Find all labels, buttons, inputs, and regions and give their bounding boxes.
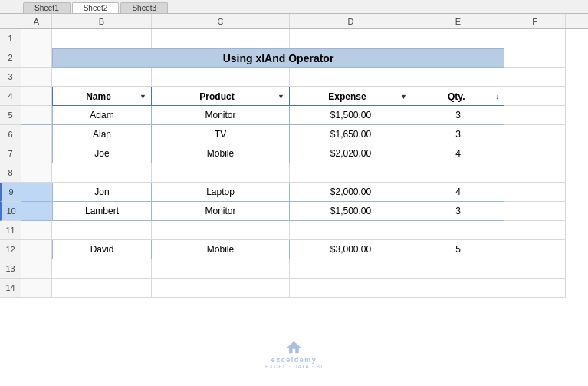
- cell-name-lambert[interactable]: Lambert: [52, 202, 152, 221]
- cell-f10[interactable]: [504, 202, 566, 221]
- corner-cell: [0, 14, 21, 28]
- cell-qty-jon[interactable]: 4: [412, 183, 504, 202]
- cell-a10: [21, 202, 52, 221]
- cell-product-jon[interactable]: Laptop: [152, 183, 290, 202]
- cell-f12[interactable]: [504, 240, 566, 259]
- cell-f5[interactable]: [504, 106, 566, 125]
- cell-c11[interactable]: [152, 221, 290, 240]
- row-3-cells: [21, 68, 588, 87]
- cell-e11[interactable]: [412, 221, 504, 240]
- table-header-expense[interactable]: Expense ▼: [290, 87, 412, 106]
- cell-b8[interactable]: [52, 163, 152, 183]
- cell-qty-david[interactable]: 5: [412, 240, 504, 259]
- table-header-qty[interactable]: Qty. ↓: [412, 87, 504, 106]
- cell-f11[interactable]: [504, 221, 566, 240]
- cell-product-lambert[interactable]: Monitor: [152, 202, 290, 221]
- row-11: 11: [0, 221, 588, 240]
- cell-product-joe[interactable]: Mobile: [152, 144, 290, 163]
- cell-f7[interactable]: [504, 144, 566, 163]
- cell-f3[interactable]: [504, 68, 566, 87]
- cell-b1[interactable]: [52, 29, 152, 48]
- grid-area: A B C D E F 1 2: [0, 14, 588, 386]
- cell-c13[interactable]: [152, 259, 290, 279]
- cell-qty-adam[interactable]: 3: [412, 106, 504, 125]
- col-header-e: E: [412, 14, 504, 28]
- cell-b13[interactable]: [52, 259, 152, 279]
- cell-c1[interactable]: [152, 29, 290, 48]
- rownum-1: 1: [0, 29, 21, 48]
- tab-bar: Sheet1 Sheet2 Sheet3: [0, 0, 588, 14]
- cell-e14[interactable]: [412, 279, 504, 298]
- row-13: 13: [0, 259, 588, 279]
- cell-a11: [21, 221, 52, 240]
- table-header-product[interactable]: Product ▼: [152, 87, 290, 106]
- cell-a5: [21, 106, 52, 125]
- cell-f4[interactable]: [504, 87, 566, 106]
- cell-d3[interactable]: [290, 68, 412, 87]
- table-row-david: 12 David Mobile $3,000.00 5: [0, 240, 588, 259]
- row-14: 14: [0, 279, 588, 298]
- cell-d11[interactable]: [290, 221, 412, 240]
- table-header-name[interactable]: Name ▼: [52, 87, 152, 106]
- cell-qty-lambert[interactable]: 3: [412, 202, 504, 221]
- cell-product-alan[interactable]: TV: [152, 125, 290, 144]
- cell-qty-joe[interactable]: 4: [412, 144, 504, 163]
- cell-f13[interactable]: [504, 259, 566, 279]
- cell-c8[interactable]: [152, 163, 290, 183]
- cell-e13[interactable]: [412, 259, 504, 279]
- cell-expense-david[interactable]: $3,000.00: [290, 240, 412, 259]
- cell-expense-lambert[interactable]: $1,500.00: [290, 202, 412, 221]
- row-2: 2 Using xlAnd Operator: [0, 48, 588, 68]
- rownum-5: 5: [0, 106, 21, 125]
- cell-e1[interactable]: [412, 29, 504, 48]
- cell-b14[interactable]: [52, 279, 152, 298]
- cell-expense-jon[interactable]: $2,000.00: [290, 183, 412, 202]
- filter-qty-icon[interactable]: ↓: [496, 93, 500, 101]
- col-header-f: F: [504, 14, 566, 28]
- cell-expense-joe[interactable]: $2,020.00: [290, 144, 412, 163]
- cell-a13: [21, 259, 52, 279]
- filter-product-icon[interactable]: ▼: [278, 93, 284, 101]
- rownum-13: 13: [0, 259, 21, 279]
- cell-name-alan[interactable]: Alan: [52, 125, 152, 144]
- filter-name-icon[interactable]: ▼: [140, 93, 146, 101]
- cell-a4: [21, 87, 52, 106]
- cell-qty-alan[interactable]: 3: [412, 125, 504, 144]
- cell-f6[interactable]: [504, 125, 566, 144]
- cell-f1[interactable]: [504, 29, 566, 48]
- col-header-c: C: [152, 14, 290, 28]
- cell-name-david[interactable]: David: [52, 240, 152, 259]
- cell-f2[interactable]: [504, 48, 566, 68]
- cell-f9[interactable]: [504, 183, 566, 202]
- cell-d13[interactable]: [290, 259, 412, 279]
- row-4-cells: Name ▼ Product ▼ Expense ▼ Qt: [21, 87, 588, 106]
- cell-d14[interactable]: [290, 279, 412, 298]
- cell-c3[interactable]: [152, 68, 290, 87]
- tab-sheet3[interactable]: Sheet3: [120, 2, 168, 13]
- cell-expense-alan[interactable]: $1,650.00: [290, 125, 412, 144]
- tab-sheet2[interactable]: Sheet2: [72, 2, 120, 13]
- cell-b11[interactable]: [52, 221, 152, 240]
- cell-f8[interactable]: [504, 163, 566, 183]
- cell-product-david[interactable]: Mobile: [152, 240, 290, 259]
- table-row-alan: 6 Alan TV $1,650.00 3: [0, 125, 588, 144]
- filter-expense-icon[interactable]: ▼: [400, 93, 407, 101]
- cell-name-jon[interactable]: Jon: [52, 183, 152, 202]
- cell-a9: [21, 183, 52, 202]
- cell-product-adam[interactable]: Monitor: [152, 106, 290, 125]
- tab-sheet1[interactable]: Sheet1: [23, 2, 71, 13]
- cell-name-joe[interactable]: Joe: [52, 144, 152, 163]
- cell-e8[interactable]: [412, 163, 504, 183]
- row-1: 1: [0, 29, 588, 48]
- cell-name-adam[interactable]: Adam: [52, 106, 152, 125]
- cell-b3[interactable]: [52, 68, 152, 87]
- spreadsheet: Sheet1 Sheet2 Sheet3 A B C D E F 1: [0, 0, 588, 386]
- cell-expense-adam[interactable]: $1,500.00: [290, 106, 412, 125]
- cell-d8[interactable]: [290, 163, 412, 183]
- col-header-b: B: [52, 14, 152, 28]
- cell-c14[interactable]: [152, 279, 290, 298]
- cell-f14[interactable]: [504, 279, 566, 298]
- rownum-11: 11: [0, 221, 21, 240]
- cell-d1[interactable]: [290, 29, 412, 48]
- cell-e3[interactable]: [412, 68, 504, 87]
